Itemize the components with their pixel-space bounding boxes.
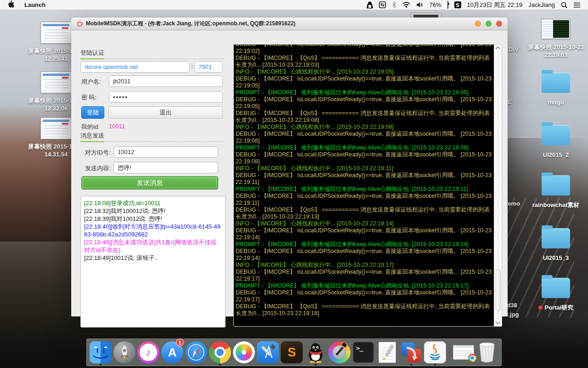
dock-item-color-meter[interactable] [328,339,351,366]
desktop-icon-label: mogu [548,98,564,106]
desktop-icon-folder[interactable]: UI2015_3 [527,224,584,262]
desktop-icon-label: UI2015_3 [543,254,569,262]
dock-item-minimized-window[interactable] [452,339,475,366]
notification-center-icon[interactable] [573,2,581,8]
console-line: INFO - 【IMCORE】 心跳线程执行中... [2015-10-23 2… [236,124,492,131]
window-title: MobileIMSDK演示工程 - (作者:Jack Jiang, 讨论区:op… [86,20,295,28]
app-window: MobileIMSDK演示工程 - (作者:Jack Jiang, 讨论区:op… [71,17,508,316]
desktop-icon-screenshot[interactable]: 屏幕快照 2015-10-2322.19.03 [527,19,584,59]
qq-icon [305,341,327,363]
console-line: DEBUG - 【IMCORE】 【QoS】 =========== 消息发送质… [236,55,492,69]
battery-icon[interactable] [447,1,448,8]
dock-item-safari[interactable] [184,339,208,366]
vmware-fusion-icon [400,341,422,363]
java-cup-icon [76,19,83,29]
dock-item-itunes[interactable]: ♪ [136,339,160,366]
port-input[interactable] [194,61,223,73]
wifi-icon[interactable] [402,2,410,8]
desktop-icon-folder[interactable]: UI2015_2 [527,121,584,159]
finder-icon [90,341,112,363]
username-label: 用户名: [81,78,101,86]
maximize-button[interactable] [486,21,492,27]
console-line: DEBUG - 【IMCORE】 isLocalUDPSocketReady()… [236,172,492,186]
dock-item-textedit[interactable] [375,339,399,366]
console-line: PROMPT - 【IMCORE】 收到服务端回过来的Keep Alive心跳响… [236,144,492,151]
password-input[interactable] [109,91,223,103]
peer-id-input[interactable] [113,146,218,158]
scroll-up-arrow-icon[interactable] [495,46,500,51]
screenshot-thumbnail-icon [41,118,71,139]
xcode-icon [257,341,279,363]
desktop-icon-folder[interactable]: Portal研究 [527,274,584,311]
running-indicator [219,364,221,366]
safari-icon [185,341,207,363]
console-scrollbar[interactable] [494,45,502,326]
color-meter-icon [328,341,351,363]
console-line: INFO - 【IMCORE】 心跳线程执行中... [2015-10-23 2… [236,220,492,227]
dock-item-photos[interactable] [232,339,256,366]
window-titlebar[interactable]: MobileIMSDK演示工程 - (作者:Jack Jiang, 讨论区:op… [71,17,508,30]
login-button[interactable]: 登陆 [81,106,104,119]
content-label: 发送内容: [85,164,111,172]
clipped-desktop-label: DIV [509,46,519,53]
log-line: [22:18:08]登录成功,id=10011 [84,199,222,207]
desktop-icon-label: 12.25.41 [45,55,68,63]
desktop-icon-folder[interactable]: mogu [527,69,584,106]
console-lines: DEBUG - 【IMCORE】 isLocalUDPSocketReady()… [236,45,492,317]
console-line: PROMPT - 【IMCORE】 收到服务端回过来的Keep Alive心跳响… [236,186,492,193]
folder-icon [542,175,570,196]
screenshot-thumbnail-icon [542,19,570,39]
input-source-switcher-icon[interactable] [379,1,386,8]
bluetooth-icon[interactable] [392,1,396,8]
trash-icon [476,341,498,363]
content-input[interactable] [113,162,218,173]
menu-bar: Launch 76% S 10月23日 周五 22:19 JackJiang [0,0,588,10]
photos-icon [233,341,255,363]
red-tag-icon [538,305,543,310]
dock-item-chrome[interactable] [208,339,232,366]
dock-item-xcode[interactable] [256,339,280,366]
apple-menu-icon[interactable] [8,0,14,9]
textedit-icon [376,341,398,364]
menubar-username[interactable]: JackJiang [528,1,555,8]
spotlight-icon[interactable] [561,2,567,8]
folder-icon [542,278,570,298]
server-input[interactable] [80,61,190,73]
dock-item-launchpad[interactable] [113,339,136,366]
username-input[interactable] [109,75,223,87]
minimize-button[interactable] [475,21,481,27]
desktop-icon-label: 12.32.06 [45,104,68,112]
dock-item-qq[interactable] [304,339,328,366]
running-indicator [100,364,102,366]
sogou-input-icon[interactable]: S [454,1,461,8]
dock-item-finder[interactable] [89,339,113,366]
active-app-menu[interactable]: Launch [24,1,45,8]
scroll-down-arrow-icon[interactable] [495,319,500,324]
console-output[interactable]: DEBUG - 【IMCORE】 isLocalUDPSocketReady()… [234,45,494,326]
log-line: [22:18:32]我对100012说: 恩哼! [84,207,222,215]
scrollbar-thumb[interactable] [496,269,501,311]
minimized-window-icon [453,345,474,360]
qq-menu-icon[interactable] [367,1,373,9]
dock-item-trash[interactable] [475,339,499,366]
message-log[interactable]: [22:18:08]登录成功,id=10011[22:18:32]我对10001… [80,196,226,328]
exit-button[interactable]: 退出 [108,106,223,119]
desktop-icon-folder[interactable]: rainbowchat素材 [527,172,584,209]
console-line: DEBUG - 【IMCORE】 isLocalUDPSocketReady()… [236,289,492,303]
dock: ♪A1S>_ [86,339,502,366]
notification-badge: 1 [176,339,184,346]
battery-percentage[interactable]: 76% [429,1,441,8]
dock-item-java[interactable] [423,339,447,366]
console-line: INFO - 【IMCORE】 心跳线程执行中... [2015-10-23 2… [236,262,492,269]
port-separator: : [191,63,193,70]
send-message-button[interactable]: 发送消息 [81,176,218,190]
dock-item-app-store[interactable]: A1 [160,339,184,366]
console-line: DEBUG - 【IMCORE】 isLocalUDPSocketReady()… [236,248,492,262]
close-button[interactable] [496,21,502,27]
volume-icon[interactable] [416,2,423,8]
dock-item-sublime-text[interactable]: S [280,339,304,366]
menubar-clock[interactable]: 10月23日 周五 22:19 [467,1,523,9]
console-line: DEBUG - 【IMCORE】 isLocalUDPSocketReady()… [236,269,492,282]
dock-item-terminal[interactable]: >_ [351,339,375,366]
dock-item-vmware-fusion[interactable] [399,339,423,366]
